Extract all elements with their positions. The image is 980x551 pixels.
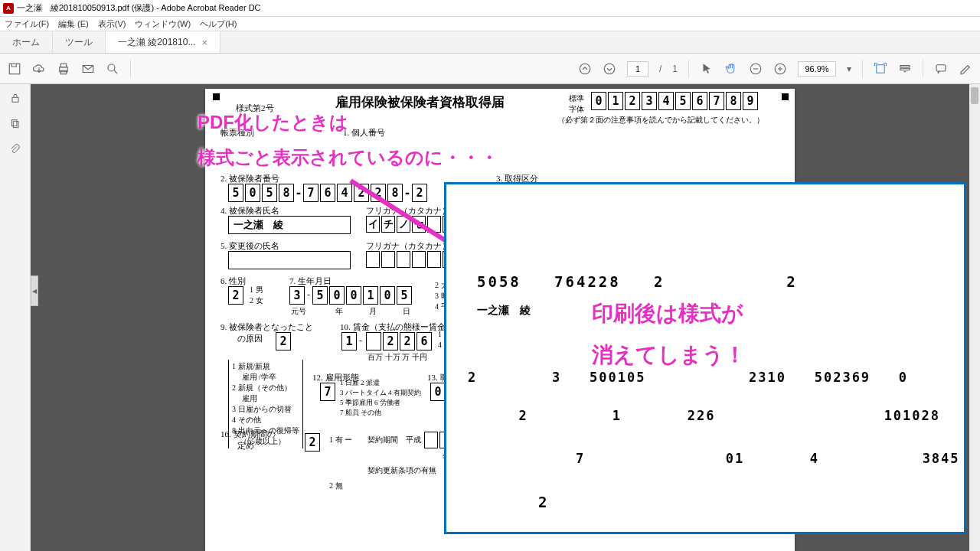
tab-document[interactable]: 一之瀬 綾201810... × [106,31,220,53]
annotation-line2: 様式ごと表示されているのに・・・ [198,145,498,170]
annotation-line1: PDF化したときは [198,110,348,135]
koyo-value: 7 [320,383,335,401]
form-title: 雇用保険被保険者資格取得届 [335,93,505,111]
name-box: 一之瀬 綾 [228,216,351,234]
std-font-label: 標準 字体 [569,93,584,115]
std-font-digits: 0123456789 [591,92,758,110]
name2-box [228,251,351,269]
svg-rect-10 [877,64,885,73]
label-sec7: 7. 生年月日 [289,276,332,287]
read-mode-icon[interactable] [898,62,912,76]
popup-row1: 5058 764228 2 2 [477,273,798,290]
label-sec2: 2. 被保険者番号 [220,173,279,184]
page-sep: / [659,64,662,74]
pdf-icon: A [3,3,14,14]
popup-row3b: 2 1 226 101028 [500,408,940,423]
menu-help[interactable]: ヘルプ(H) [200,18,237,30]
popup-msg1: 印刷後は様式が [592,299,743,328]
scrollbar[interactable] [969,84,980,551]
zoom-dropdown-icon[interactable]: ▾ [847,64,851,74]
comment-icon[interactable] [934,62,948,76]
zoom-out-icon[interactable] [749,62,763,76]
close-tab-icon[interactable]: × [201,37,207,48]
svg-rect-16 [13,122,18,128]
zoom-in-icon[interactable] [773,62,787,76]
koyo-options: 1 日雇 2 派遣 3 パートタイム 4 有期契約 5 季節雇用 6 労働者 7… [340,378,421,418]
svg-point-6 [580,64,590,74]
label-sec5: 5. 変更後の氏名 [220,240,279,252]
menu-edit[interactable]: 編集 (E) [58,18,89,30]
tab-bar: ホーム ツール 一之瀬 綾201810... × [0,31,980,54]
label-sec9: 9. 被保険者となったこと の原因 [220,321,313,344]
svg-rect-0 [9,64,20,74]
svg-rect-11 [900,65,910,67]
menu-bar: ファイル(F) 編集 (E) 表示(V) ウィンドウ(W) ヘルプ(H) [0,17,980,31]
lock-icon[interactable] [9,92,21,104]
popup-row5: 2 [538,494,549,510]
svg-point-5 [108,64,115,71]
popup-row4: 7 01 4 3845 [538,451,960,466]
genin-value: 2 [276,332,291,350]
printed-output-panel: 5058 764228 2 2 一之瀬 綾 印刷後は様式が 消えてしまう！ 2 … [444,182,966,534]
save-icon[interactable] [8,62,21,76]
form-note: （必ず第２面の注意事項を読んでから記載してください。） [557,115,764,126]
thumbnails-icon[interactable] [9,118,21,130]
tab-tools[interactable]: ツール [53,31,106,53]
sex-options: 1 男 2 女 [250,285,263,306]
tab-document-label: 一之瀬 綾201810... [118,36,195,49]
svg-rect-3 [60,70,67,74]
left-nav-rail [0,84,31,551]
menu-file[interactable]: ファイル(F) [5,18,49,30]
menu-window[interactable]: ウィンドウ(W) [135,18,191,30]
chingin-type: 1 [341,332,357,350]
mail-icon[interactable] [81,62,95,76]
sign-icon[interactable] [959,62,972,76]
page-number-input[interactable] [627,61,648,77]
svg-rect-2 [60,64,67,67]
label-sec6: 6. 性別 [220,276,246,287]
svg-point-7 [604,64,615,74]
cloud-icon[interactable] [32,62,46,76]
tab-home[interactable]: ホーム [0,31,53,53]
toolbar: / 1 ▾ [0,54,980,84]
search-icon[interactable] [106,62,119,76]
svg-rect-14 [12,97,18,102]
popup-msg2: 消えてしまう！ [592,341,746,370]
page-up-icon[interactable] [578,62,592,76]
menu-view[interactable]: 表示(V) [98,18,126,30]
zoom-input[interactable] [798,61,836,77]
collapse-handle[interactable]: ◀ [31,276,38,306]
print-icon[interactable] [57,62,70,76]
popup-name: 一之瀬 綾 [477,304,531,318]
hand-icon[interactable] [724,62,738,76]
title-bar: A 一之瀬 綾201810050913.pdf (保護) - Adobe Acr… [0,0,980,17]
label-sec16: 16. 契約期間の 定め [220,429,276,452]
era-value: 3 [289,286,305,305]
scroll-thumb[interactable] [971,87,978,104]
page-down-icon[interactable] [603,62,616,76]
svg-rect-13 [936,64,946,70]
svg-rect-15 [11,120,17,126]
label-kojin: 1. 個人番号 [343,127,385,139]
page-total: 1 [672,64,678,74]
keiyaku-value: 2 [305,433,320,452]
svg-rect-12 [900,68,910,70]
sex-value: 2 [228,286,243,305]
popup-row3a: 2 3 500105 2310 502369 0 [468,370,908,385]
fit-width-icon[interactable] [874,62,887,76]
attachment-icon[interactable] [9,144,21,156]
label-sec4: 4. 被保険者氏名 [220,205,279,217]
window-title: 一之瀬 綾201810050913.pdf (保護) - Adobe Acrob… [17,2,261,14]
pointer-icon[interactable] [700,62,714,76]
